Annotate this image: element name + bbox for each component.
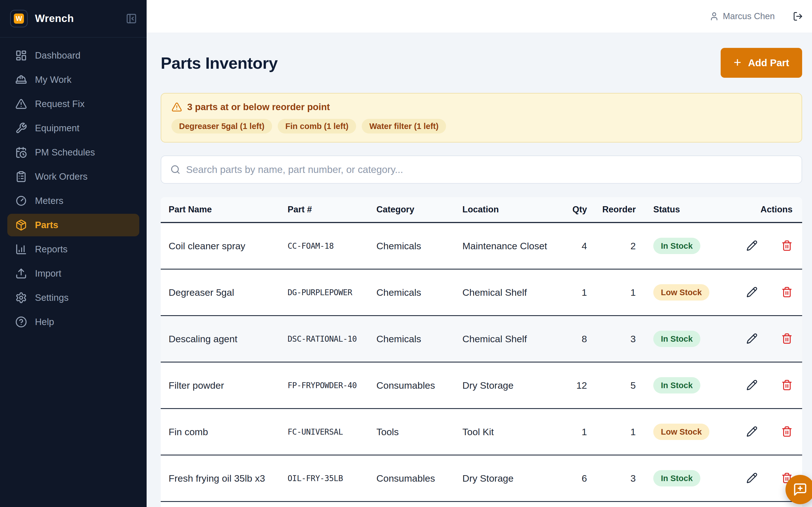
delete-part-button[interactable] <box>781 240 793 252</box>
part-reorder: 3 <box>587 334 636 344</box>
part-qty: 6 <box>553 473 587 484</box>
part-qty: 1 <box>553 287 587 298</box>
part-number: CC-FOAM-18 <box>288 241 376 251</box>
edit-part-button[interactable] <box>746 240 758 252</box>
row-actions <box>733 426 802 438</box>
app-root: W Wrench DashboardMy WorkRequest FixEqui… <box>0 0 812 507</box>
page-header: Parts Inventory + Add Part <box>161 48 802 78</box>
alert-title: 3 parts at or below reorder point <box>187 101 330 113</box>
sidebar-item-label: Help <box>35 317 54 327</box>
table-next-row-sliver <box>161 502 802 507</box>
sidebar-item-label: Request Fix <box>35 99 85 109</box>
trash-icon <box>781 286 793 298</box>
logout-icon <box>793 11 803 21</box>
part-category: Chemicals <box>376 287 462 298</box>
sidebar-item-help[interactable]: Help <box>7 311 139 333</box>
alert-chips: Degreaser 5gal (1 left)Fin comb (1 left)… <box>171 119 792 133</box>
table-body: Coil cleaner sprayCC-FOAM-18ChemicalsMai… <box>161 223 802 502</box>
logo-letter: W <box>14 13 24 24</box>
status-badge: In Stock <box>653 331 700 347</box>
sidebar-item-label: Dashboard <box>35 50 80 61</box>
edit-part-button[interactable] <box>746 472 758 485</box>
dashboard-icon <box>15 50 27 61</box>
add-part-button[interactable]: + Add Part <box>721 48 802 78</box>
edit-part-button[interactable] <box>746 286 758 298</box>
table-row: Degreaser 5galDG-PURPLEPOWERChemicalsChe… <box>161 270 802 316</box>
sidebar-item-equipment[interactable]: Equipment <box>7 117 139 139</box>
part-location: Maintenance Closet <box>462 240 553 251</box>
message-plus-icon <box>793 482 808 497</box>
table-row: Fin combFC-UNIVERSALToolsTool Kit11Low S… <box>161 409 802 455</box>
sidebar-item-label: PM Schedules <box>35 147 95 158</box>
row-actions <box>733 379 802 392</box>
pencil-icon <box>746 240 758 252</box>
user-menu[interactable]: Marcus Chen <box>709 11 775 21</box>
delete-part-button[interactable] <box>781 333 793 345</box>
add-part-label: Add Part <box>748 57 789 68</box>
column-header: Part # <box>288 205 376 215</box>
part-location: Dry Storage <box>462 380 553 391</box>
sidebar-item-parts[interactable]: Parts <box>7 214 139 236</box>
alert-title-row: 3 parts at or below reorder point <box>171 101 792 113</box>
help-circle-icon <box>15 316 27 328</box>
part-location: Tool Kit <box>462 427 553 438</box>
part-category: Tools <box>376 427 462 438</box>
main-area: Marcus Chen Parts Inventory + Add Part 3… <box>147 0 812 507</box>
part-number: FP-FRYPOWDER-40 <box>288 381 376 390</box>
user-icon <box>709 11 719 21</box>
sidebar-item-label: Reports <box>35 244 68 255</box>
edit-part-button[interactable] <box>746 379 758 392</box>
part-reorder: 5 <box>587 380 636 391</box>
sidebar-item-work-orders[interactable]: Work Orders <box>7 165 139 188</box>
sidebar-item-request-fix[interactable]: Request Fix <box>7 93 139 115</box>
sidebar-item-label: Import <box>35 268 61 279</box>
part-location: Dry Storage <box>462 473 553 484</box>
sidebar-item-import[interactable]: Import <box>7 262 139 285</box>
low-stock-chip: Degreaser 5gal (1 left) <box>171 119 272 133</box>
upload-icon <box>15 268 27 279</box>
trash-icon <box>781 379 793 392</box>
sidebar-item-label: Parts <box>35 220 58 230</box>
part-qty: 8 <box>553 334 587 344</box>
sidebar-item-reports[interactable]: Reports <box>7 238 139 261</box>
low-stock-chip: Water filter (1 left) <box>362 119 446 133</box>
sidebar-item-pm-schedules[interactable]: PM Schedules <box>7 141 139 164</box>
trash-icon <box>781 333 793 345</box>
sidebar-item-settings[interactable]: Settings <box>7 286 139 309</box>
part-reorder: 1 <box>587 287 636 298</box>
app-logo: W <box>10 10 28 27</box>
sidebar-item-meters[interactable]: Meters <box>7 189 139 212</box>
page-title: Parts Inventory <box>161 54 278 72</box>
clipboard-list-icon <box>15 171 27 182</box>
table-row: Fresh frying oil 35lb x3OIL-FRY-35LBCons… <box>161 455 802 502</box>
column-header: Status <box>636 205 733 215</box>
part-name: Coil cleaner spray <box>161 240 288 251</box>
delete-part-button[interactable] <box>781 426 793 438</box>
part-reorder: 2 <box>587 240 636 251</box>
status-badge: In Stock <box>653 470 700 487</box>
part-name: Descaling agent <box>161 334 288 344</box>
settings-icon <box>15 292 27 304</box>
sidebar-item-label: Meters <box>35 195 63 206</box>
edit-part-button[interactable] <box>746 426 758 438</box>
part-category: Chemicals <box>376 240 462 251</box>
wrench-icon <box>15 122 27 134</box>
status-badge: In Stock <box>653 238 700 254</box>
delete-part-button[interactable] <box>781 286 793 298</box>
trash-icon <box>781 426 793 438</box>
column-header: Actions <box>733 205 802 215</box>
feedback-fab-button[interactable] <box>785 475 812 504</box>
sidebar-item-label: Settings <box>35 292 68 303</box>
edit-part-button[interactable] <box>746 333 758 345</box>
package-icon <box>15 219 27 231</box>
part-reorder: 3 <box>587 473 636 484</box>
delete-part-button[interactable] <box>781 379 793 392</box>
column-header: Part Name <box>161 205 288 215</box>
sidebar-item-my-work[interactable]: My Work <box>7 68 139 91</box>
sidebar-collapse-button[interactable] <box>126 13 137 24</box>
logout-button[interactable] <box>793 11 803 21</box>
search-input[interactable] <box>186 164 793 175</box>
sidebar-item-dashboard[interactable]: Dashboard <box>7 44 139 67</box>
table-row: Descaling agentDSC-RATIONAL-10ChemicalsC… <box>161 316 802 362</box>
column-header: Qty <box>553 205 587 215</box>
